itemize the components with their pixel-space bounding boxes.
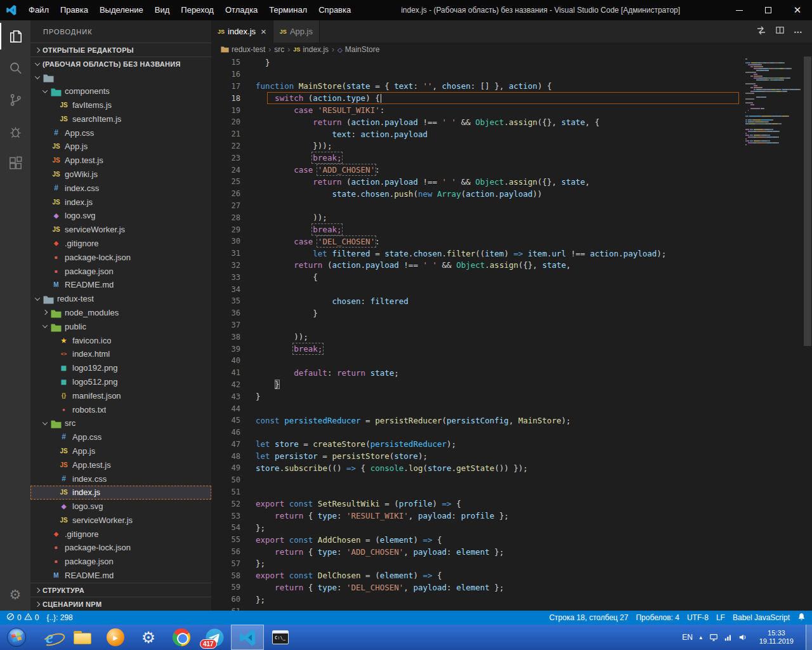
tab-index.js[interactable]: JSindex.js× (211, 20, 273, 43)
tree-file-App.test.js[interactable]: JSApp.test.js (30, 458, 211, 472)
tree-folder-redux-test[interactable]: redux-test (30, 292, 211, 306)
line-number[interactable]: 30 (211, 237, 240, 246)
maximize-button[interactable] (754, 0, 783, 20)
tree-file-App.test.js[interactable]: JSApp.test.js (30, 154, 211, 168)
line-number[interactable]: 34 (211, 285, 240, 294)
menu-item[interactable]: Терминал (263, 0, 313, 20)
code-line-41[interactable]: 41 default: return state; (211, 367, 743, 379)
line-number[interactable]: 46 (211, 428, 240, 437)
menu-item[interactable]: Правка (55, 0, 94, 20)
tree-file-App.js[interactable]: JSApp.js (30, 140, 211, 154)
split-editor-icon[interactable] (775, 25, 785, 37)
problems-indicator[interactable]: 0 0 (3, 611, 43, 625)
taskbar-chrome-button[interactable] (165, 625, 198, 650)
explorer-icon[interactable] (0, 20, 30, 52)
tree-file-.gitignore[interactable]: ◆.gitignore (30, 527, 211, 541)
line-number[interactable]: 41 (211, 368, 240, 377)
code-line-40[interactable]: 40 (211, 355, 743, 367)
tree-file-index.html[interactable]: <>index.html (30, 347, 211, 361)
code-line-22[interactable]: 22 })); (211, 140, 743, 152)
menu-item[interactable]: Переход (175, 0, 219, 20)
taskbar-settings-button[interactable]: ⚙ (132, 625, 165, 650)
language-mode[interactable]: Babel JavaScript (729, 611, 794, 625)
line-number[interactable]: 32 (211, 261, 240, 270)
line-number[interactable]: 27 (211, 201, 240, 210)
hidden-icons-chevron[interactable]: ▲ (698, 635, 704, 640)
brace-counter[interactable]: {..}: 298 (43, 611, 76, 625)
manage-icon[interactable]: ⚙ (0, 579, 30, 611)
tree-file-serviceWorker.js[interactable]: JSserviceWorker.js (30, 514, 211, 527)
line-number[interactable]: 28 (211, 213, 240, 222)
code-line-59[interactable]: 59 return { type: 'DEL_CHOSEN', payload:… (211, 581, 743, 594)
tree-file-logo512.png[interactable]: ▦logo512.png (30, 375, 211, 389)
taskbar-telegram-button[interactable]: 417 (198, 625, 231, 650)
code-line-17[interactable]: 17function MainStore(state = { text: '',… (211, 81, 743, 93)
line-number[interactable]: 36 (211, 308, 240, 317)
code-line-24[interactable]: 24 case 'ADD_CHOSEN': (211, 164, 743, 176)
code-line-19[interactable]: 19 case 'RESULT_WIKI': (211, 104, 743, 116)
line-number[interactable]: 59 (211, 583, 240, 592)
encoding-setting[interactable]: UTF-8 (683, 611, 712, 625)
minimize-button[interactable] (724, 0, 754, 20)
open-changes-icon[interactable] (756, 25, 766, 38)
line-number[interactable]: 24 (211, 166, 240, 175)
tree-file-package.json[interactable]: ■package.json (30, 264, 211, 278)
code-line-25[interactable]: 25 return (action.payload !== ' ' && Obj… (211, 176, 743, 188)
breadcrumb-item-index.js[interactable]: JSindex.js (293, 45, 329, 54)
line-number[interactable]: 25 (211, 177, 240, 186)
code-line-42[interactable]: 42 } (211, 379, 743, 391)
scrollbar-thumb[interactable] (804, 56, 811, 346)
code-line-49[interactable]: 49store.subscribe(() => { console.log(st… (211, 462, 743, 474)
code-line-58[interactable]: 58export const DelChosen = (element) => … (211, 569, 743, 581)
code-line-26[interactable]: 26 state.chosen.push(new Array(action.pa… (211, 188, 743, 200)
menu-item[interactable]: Справка (313, 0, 357, 20)
tree-folder-public[interactable]: public (30, 319, 211, 333)
menu-item[interactable]: Выделение (94, 0, 149, 20)
line-number[interactable]: 26 (211, 189, 240, 198)
volume-tray-icon[interactable] (738, 633, 747, 642)
tree-file-favItems.js[interactable]: JSfavItems.js (30, 98, 211, 112)
line-number[interactable]: 16 (211, 70, 240, 79)
menu-item[interactable]: Файл (23, 0, 55, 20)
tree-file-goWiki.js[interactable]: JSgoWiki.js (30, 168, 211, 182)
code-line-38[interactable]: 38 )); (211, 331, 743, 343)
tree-file-logo.svg[interactable]: ◈logo.svg (30, 500, 211, 514)
code-line-43[interactable]: 43} (211, 390, 743, 402)
code-line-48[interactable]: 48let persistor = persistStore(store); (211, 450, 743, 462)
taskbar-vscode-button[interactable] (231, 625, 264, 650)
line-number[interactable]: 15 (211, 58, 240, 67)
line-number[interactable]: 61 (211, 607, 240, 611)
code-line-21[interactable]: 21 text: action.payload (211, 128, 743, 140)
tree-file-searchItem.js[interactable]: JSsearchItem.js (30, 112, 211, 126)
line-number[interactable]: 21 (211, 129, 240, 138)
taskbar-start-button[interactable] (0, 625, 33, 650)
line-number[interactable]: 48 (211, 452, 240, 461)
tab-close-icon[interactable]: × (261, 27, 266, 36)
more-actions-icon[interactable]: ⋯ (794, 27, 803, 37)
display-tray-icon[interactable] (709, 633, 718, 642)
line-number[interactable]: 58 (211, 571, 240, 580)
network-tray-icon[interactable] (724, 633, 733, 642)
taskbar-terminal-button[interactable] (264, 625, 297, 650)
tree-folder-src[interactable]: src (30, 416, 211, 430)
breadcrumb-item-redux-test[interactable]: redux-test (221, 45, 265, 54)
code-line-28[interactable]: 28 )); (211, 211, 743, 223)
code-line-34[interactable]: 34 (211, 283, 743, 295)
tab-App.js[interactable]: JSApp.js (273, 20, 320, 43)
tree-file-App.css[interactable]: #App.css (30, 126, 211, 140)
code-line-46[interactable]: 46 (211, 427, 743, 439)
tree-file-README.md[interactable]: MREADME.md (30, 278, 211, 292)
tree-file-index.css[interactable]: #index.css (30, 472, 211, 486)
line-number[interactable]: 39 (211, 345, 240, 354)
line-number[interactable]: 38 (211, 333, 240, 342)
extensions-icon[interactable] (0, 147, 30, 179)
menu-item[interactable]: Вид (149, 0, 176, 20)
line-number[interactable]: 53 (211, 512, 240, 521)
breadcrumb-item-MainStore[interactable]: ◇MainStore (337, 45, 379, 54)
code-line-44[interactable]: 44 (211, 402, 743, 415)
tree-file-App.js[interactable]: JSApp.js (30, 444, 211, 458)
code-line-36[interactable]: 36 } (211, 307, 743, 319)
taskbar-file-explorer-button[interactable] (66, 625, 99, 650)
tree-file-package-lock.json[interactable]: ■package-lock.json (30, 250, 211, 264)
code-line-35[interactable]: 35 chosen: filtered (211, 295, 743, 307)
